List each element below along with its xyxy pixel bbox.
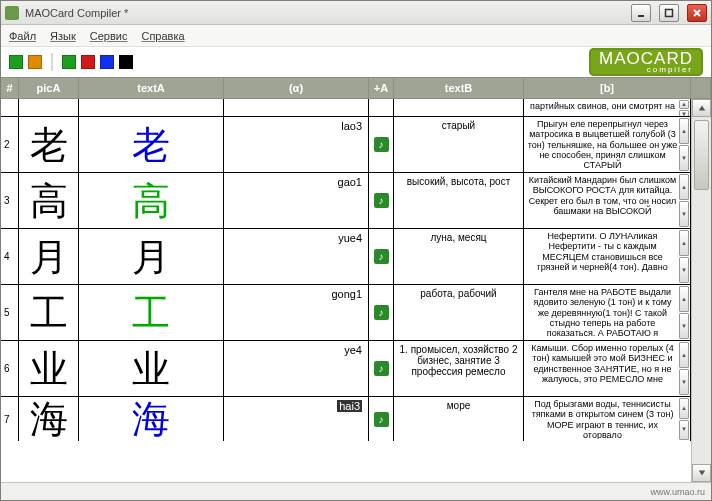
cell-spinner[interactable]: ▲▼ <box>679 230 689 283</box>
spin-down-icon[interactable]: ▼ <box>679 369 689 395</box>
cell-spinner[interactable]: ▲▼ <box>679 342 689 395</box>
spin-up-icon[interactable]: ▲ <box>679 286 689 312</box>
table-row[interactable]: 2老老lao3старыйПрыгун еле перепрыгнул чере… <box>1 117 691 173</box>
spin-up-icon[interactable]: ▲ <box>679 118 689 144</box>
vertical-scrollbar[interactable] <box>691 99 711 482</box>
cell-pinyin[interactable]: ye4 <box>224 341 369 396</box>
cell-sound[interactable] <box>369 99 394 116</box>
col-picA[interactable]: picA <box>19 78 79 98</box>
spin-up-icon[interactable]: ▲ <box>679 100 689 109</box>
spin-down-icon[interactable]: ▼ <box>679 420 689 441</box>
palette-color[interactable] <box>81 55 95 69</box>
cell-pinyin[interactable]: gong1 <box>224 285 369 340</box>
cell-sound[interactable] <box>369 117 394 172</box>
scroll-thumb[interactable] <box>694 120 709 190</box>
scroll-down-button[interactable] <box>692 464 711 482</box>
cell-sound[interactable] <box>369 229 394 284</box>
cell-picA[interactable]: 工 <box>19 285 79 340</box>
menu-service[interactable]: Сервис <box>90 30 128 42</box>
cell-picA[interactable]: 老 <box>19 117 79 172</box>
col-plusA[interactable]: +A <box>369 78 394 98</box>
spin-up-icon[interactable]: ▲ <box>679 342 689 368</box>
cell-spinner[interactable]: ▲▼ <box>679 100 689 115</box>
spin-up-icon[interactable]: ▲ <box>679 174 689 200</box>
col-alpha[interactable]: (α) <box>224 78 369 98</box>
palette-color[interactable] <box>9 55 23 69</box>
palette-color[interactable] <box>28 55 42 69</box>
cell-mnemonic[interactable]: Под брызгами воды, теннисисты тяпками в … <box>524 397 691 441</box>
palette-color[interactable] <box>100 55 114 69</box>
sound-icon[interactable] <box>374 361 389 376</box>
close-button[interactable] <box>687 4 707 22</box>
menu-file[interactable]: Файл <box>9 30 36 42</box>
cell-picA[interactable]: 月 <box>19 229 79 284</box>
cell-textA[interactable]: 海 <box>79 397 224 441</box>
cell-pinyin[interactable]: lao3 <box>224 117 369 172</box>
cell-textA[interactable]: 工 <box>79 285 224 340</box>
spin-down-icon[interactable]: ▼ <box>679 110 689 116</box>
col-textB[interactable]: textB <box>394 78 524 98</box>
cell-sound[interactable] <box>369 285 394 340</box>
cell-textB[interactable]: луна, месяц <box>394 229 524 284</box>
palette-color[interactable] <box>119 55 133 69</box>
col-b[interactable]: [b] <box>524 78 691 98</box>
cell-mnemonic[interactable]: Камыши. Сбор именно горелых (4 тон) камы… <box>524 341 691 396</box>
cell-textB[interactable]: высокий, высота, рост <box>394 173 524 228</box>
cell-mnemonic[interactable]: Гантеля мне на РАБОТЕ выдали ядовито зел… <box>524 285 691 340</box>
menu-lang[interactable]: Язык <box>50 30 76 42</box>
cell-mnemonic[interactable]: партийных свинов, они смотрят на меня▲▼ <box>524 99 691 116</box>
cell-sound[interactable] <box>369 341 394 396</box>
cell-textA[interactable]: 月 <box>79 229 224 284</box>
sound-icon[interactable] <box>374 412 389 427</box>
cell-textB[interactable] <box>394 99 524 116</box>
cell-sound[interactable] <box>369 397 394 441</box>
spin-up-icon[interactable]: ▲ <box>679 230 689 256</box>
spin-up-icon[interactable]: ▲ <box>679 398 689 419</box>
table-row[interactable]: 5工工gong1работа, рабочийГантеля мне на РА… <box>1 285 691 341</box>
cell-textB[interactable]: море <box>394 397 524 441</box>
spin-down-icon[interactable]: ▼ <box>679 201 689 227</box>
menu-help[interactable]: Справка <box>141 30 184 42</box>
cell-picA[interactable] <box>19 99 79 116</box>
col-textA[interactable]: textA <box>79 78 224 98</box>
spin-down-icon[interactable]: ▼ <box>679 257 689 283</box>
cell-pinyin[interactable]: gao1 <box>224 173 369 228</box>
sound-icon[interactable] <box>374 305 389 320</box>
sound-icon[interactable] <box>374 193 389 208</box>
cell-spinner[interactable]: ▲▼ <box>679 398 689 440</box>
scroll-track[interactable] <box>692 117 711 464</box>
cell-pinyin[interactable] <box>224 99 369 116</box>
scroll-up-button[interactable] <box>692 99 711 117</box>
table-row[interactable]: 6业业ye41. промысел, хозяйство 2 бизнес, з… <box>1 341 691 397</box>
cell-textA[interactable]: 老 <box>79 117 224 172</box>
table-row[interactable]: 4月月yue4луна, месяцНефертити. О ЛУНАликая… <box>1 229 691 285</box>
spin-down-icon[interactable]: ▼ <box>679 313 689 339</box>
table-row[interactable]: 7海海hai3мореПод брызгами воды, теннисисты… <box>1 397 691 441</box>
cell-textA[interactable]: 高 <box>79 173 224 228</box>
col-num[interactable]: # <box>1 78 19 98</box>
cell-picA[interactable]: 海 <box>19 397 79 441</box>
cell-textB[interactable]: 1. промысел, хозяйство 2 бизнес, занятие… <box>394 341 524 396</box>
palette-color[interactable] <box>62 55 76 69</box>
cell-sound[interactable] <box>369 173 394 228</box>
cell-spinner[interactable]: ▲▼ <box>679 286 689 339</box>
cell-spinner[interactable]: ▲▼ <box>679 174 689 227</box>
cell-textA[interactable] <box>79 99 224 116</box>
cell-pinyin[interactable]: yue4 <box>224 229 369 284</box>
cell-picA[interactable]: 高 <box>19 173 79 228</box>
cell-textB[interactable]: старый <box>394 117 524 172</box>
cell-mnemonic[interactable]: Прыгун еле перепрыгнул через матросика в… <box>524 117 691 172</box>
cell-mnemonic[interactable]: Китайский Мандарин был слишком ВЫСОКОГО … <box>524 173 691 228</box>
cell-pinyin[interactable]: hai3 <box>224 397 369 441</box>
cell-textA[interactable]: 业 <box>79 341 224 396</box>
table-row[interactable]: партийных свинов, они смотрят на меня▲▼ <box>1 99 691 117</box>
minimize-button[interactable] <box>631 4 651 22</box>
table-row[interactable]: 3高高gao1высокий, высота, ростКитайский Ма… <box>1 173 691 229</box>
maximize-button[interactable] <box>659 4 679 22</box>
cell-mnemonic[interactable]: Нефертити. О ЛУНАликая Нефертити - ты с … <box>524 229 691 284</box>
sound-icon[interactable] <box>374 137 389 152</box>
sound-icon[interactable] <box>374 249 389 264</box>
cell-spinner[interactable]: ▲▼ <box>679 118 689 171</box>
cell-picA[interactable]: 业 <box>19 341 79 396</box>
cell-textB[interactable]: работа, рабочий <box>394 285 524 340</box>
